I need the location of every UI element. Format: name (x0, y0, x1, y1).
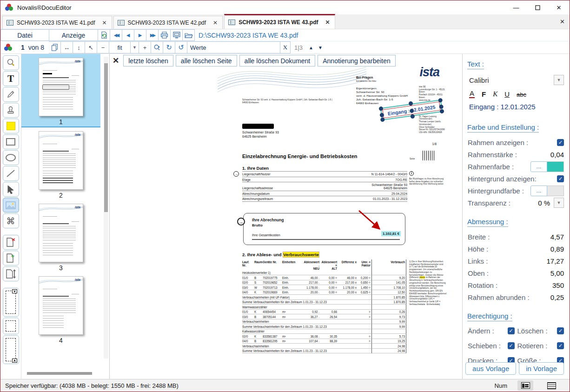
stamp-handle[interactable] (410, 114, 415, 119)
ellipse-tool-icon[interactable] (3, 150, 19, 165)
stamp-handle[interactable] (439, 104, 444, 109)
dimension-value[interactable]: 0,25 (550, 293, 564, 301)
annotation-action-button[interactable]: letzte löschen (123, 55, 173, 66)
select-area-tool-icon[interactable] (3, 318, 19, 334)
rotate-ccw-icon[interactable]: ↺ (175, 41, 187, 53)
rotate-cw-icon[interactable]: ↻ (163, 41, 175, 53)
dimension-value[interactable]: 350 (552, 281, 564, 289)
highlight-tool-icon[interactable] (3, 119, 19, 133)
delete-page-tool-icon[interactable]: ✕ (3, 235, 19, 250)
next-page-icon[interactable]: ▶ (134, 29, 146, 41)
hintergrund-anzeigen-checkbox[interactable]: ✓ (557, 175, 564, 182)
close-button[interactable]: ✕ (548, 0, 570, 14)
tab-close-icon[interactable]: ✕ (325, 19, 330, 26)
transparenz-value[interactable]: 0 % (538, 199, 550, 207)
print-icon[interactable] (159, 29, 171, 41)
table-cell: 217,00 x (338, 280, 358, 286)
in-vorlage-button[interactable]: in Vorlage (519, 362, 564, 375)
dimension-value[interactable]: 5,00 (550, 269, 564, 277)
menu-anzeige[interactable]: Anzeige (49, 29, 98, 41)
first-page-icon[interactable]: ◀◀ (110, 29, 122, 41)
zoom-mode-dropdown-icon[interactable]: ▼ (131, 41, 139, 53)
menu-datei[interactable]: Datei (0, 29, 49, 41)
strikethrough-button[interactable]: abc (517, 91, 526, 98)
bold-button[interactable]: F (482, 90, 486, 98)
shortcut-tool-icon[interactable]: ⌘ (3, 213, 19, 228)
dimension-value[interactable]: 17,27 (546, 257, 564, 265)
dimension-value[interactable]: 4,57 (550, 233, 564, 241)
annotation-close-icon[interactable]: ✕ (111, 56, 121, 66)
font-color-button[interactable]: A (469, 89, 475, 98)
select-area-top-tool-icon[interactable]: ⮟ (3, 288, 19, 317)
permission-checkbox[interactable]: ✓ (557, 342, 564, 349)
rahmen-anzeigen-checkbox[interactable]: ✓ (557, 139, 564, 146)
reset-view-icon[interactable]: ↖ (85, 41, 97, 53)
search-next-icon[interactable]: ▼ (316, 41, 325, 53)
table-cell: B (254, 314, 263, 319)
annotation-action-button[interactable]: alle löschen Dokument (239, 55, 316, 66)
tab-close-icon[interactable]: ✕ (102, 20, 107, 26)
image-tool-icon[interactable] (3, 198, 19, 213)
search-input[interactable] (187, 44, 280, 51)
transparenz-dropdown-icon[interactable]: ▼ (554, 198, 564, 208)
thumbnail-vscrollbar[interactable] (104, 57, 108, 359)
search-prev-icon[interactable]: ▲ (306, 41, 316, 53)
aus-vorlage-button[interactable]: aus Vorlage (465, 362, 516, 375)
thumbnail-hscrollbar[interactable] (23, 372, 110, 375)
rahmenstaerke-value[interactable]: 0,04 (550, 151, 564, 159)
underline-button[interactable]: U (504, 90, 510, 98)
search-clear-button[interactable]: X (280, 41, 291, 53)
rahmenfarbe-swatch[interactable] (547, 161, 564, 172)
line-tool-icon[interactable] (3, 166, 19, 181)
thumbnail-page[interactable]: ista3 (21, 200, 100, 272)
rectangle-tool-icon[interactable] (3, 134, 19, 149)
copy-page-icon[interactable] (49, 41, 61, 53)
rahmenfarbe-picker-button[interactable]: ... (530, 161, 547, 172)
permission-checkbox[interactable]: ✓ (557, 327, 564, 334)
zoom-mode-value[interactable]: fit (109, 41, 131, 53)
panel-layout-icon[interactable] (517, 380, 533, 391)
zoom-in-icon[interactable]: + (139, 41, 151, 53)
zoom-out-icon[interactable]: − (97, 41, 109, 53)
select-cursor-tool-icon[interactable] (3, 182, 19, 197)
thumbnail-page[interactable]: ista4 (21, 272, 100, 345)
tab-close-icon[interactable]: ✕ (213, 20, 218, 26)
stamp-tool-icon[interactable] (3, 103, 19, 118)
prev-page-icon[interactable]: ◀ (122, 29, 134, 41)
document-tab[interactable]: SCHW93-2023 ISTA WE 42.pdf✕ (113, 16, 223, 29)
permission-checkbox[interactable]: ✓ (508, 327, 515, 334)
add-page-tool-icon[interactable]: + (3, 251, 19, 266)
minimize-button[interactable]: — (505, 0, 527, 14)
thumbnail-page[interactable]: ista1 (21, 54, 100, 127)
page-height-tool-icon[interactable] (3, 266, 19, 281)
red-arrow-annotation[interactable] (358, 209, 384, 233)
stamp-handle[interactable] (438, 98, 443, 103)
annotation-action-button[interactable]: alle löschen Seite (176, 55, 237, 66)
close-all-tabs-icon[interactable]: ✕ (560, 18, 565, 25)
document-tab[interactable]: SCHW93-2023 ISTA WE 43.pdf✕ (224, 14, 335, 29)
font-family-value[interactable]: Calibri (469, 76, 489, 84)
text-tool-icon[interactable]: T (3, 71, 19, 86)
font-dropdown-icon[interactable]: ▼ (554, 75, 564, 85)
last-page-icon[interactable]: ▶▶ (146, 29, 159, 41)
zoom-tool-icon[interactable] (3, 55, 19, 70)
thumbnail-page[interactable]: ista2 (21, 127, 100, 200)
fit-width-icon[interactable]: ↔ (61, 41, 73, 53)
select-area-bottom-tool-icon[interactable]: ⮝ (3, 335, 19, 364)
italic-button[interactable]: K (493, 90, 497, 98)
save-view-icon[interactable] (171, 29, 183, 41)
permission-checkbox[interactable]: ✓ (508, 342, 515, 349)
document-tab[interactable]: SCHW93-2023 ISTA WE 41.pdf✕ (2, 16, 112, 29)
hintergrundfarbe-swatch[interactable] (547, 186, 564, 196)
zoom-select-icon[interactable] (151, 41, 163, 53)
stamp-handle[interactable] (380, 117, 385, 122)
refresh-page-icon[interactable] (98, 29, 110, 41)
open-folder-icon[interactable] (183, 29, 195, 41)
dimension-value[interactable]: 0,89 (550, 245, 564, 253)
table-layout-icon[interactable] (543, 380, 559, 391)
hintergrundfarbe-picker-button[interactable]: ... (530, 186, 547, 196)
maximize-button[interactable] (527, 0, 548, 14)
fit-height-icon[interactable]: ↕ (73, 41, 85, 53)
annotation-action-button[interactable]: Annotierung bearbeiten (318, 55, 396, 66)
pencil-tool-icon[interactable] (3, 87, 19, 102)
